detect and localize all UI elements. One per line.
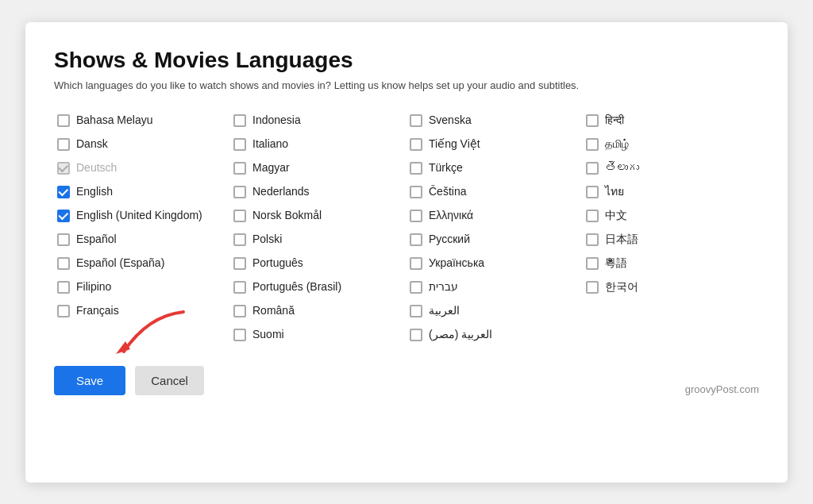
language-item[interactable]: தமிழ்: [583, 133, 759, 156]
language-item[interactable]: English (United Kingdom): [54, 204, 230, 228]
language-checkbox[interactable]: [586, 114, 599, 127]
language-checkbox[interactable]: [410, 114, 422, 127]
language-item[interactable]: Polski: [230, 228, 406, 252]
language-item[interactable]: Ελληνικά: [406, 204, 583, 228]
language-item[interactable]: Italiano: [230, 133, 406, 156]
language-label: Polski: [252, 232, 282, 246]
language-item[interactable]: ไทย: [583, 180, 759, 204]
language-item[interactable]: Svenska: [406, 109, 583, 133]
language-item[interactable]: עברית: [406, 275, 583, 299]
language-item[interactable]: Deutsch: [54, 156, 230, 180]
language-item[interactable]: Türkçe: [406, 156, 583, 180]
language-item[interactable]: Norsk Bokmål: [230, 204, 406, 228]
language-item[interactable]: Português: [230, 252, 406, 275]
language-label: English: [76, 184, 113, 198]
language-checkbox[interactable]: [233, 162, 246, 175]
language-label: English (United Kingdom): [76, 208, 202, 222]
language-item[interactable]: Português (Brasil): [230, 275, 406, 299]
save-button[interactable]: Save: [54, 366, 125, 395]
language-checkbox[interactable]: [410, 281, 422, 294]
language-label: العربية: [429, 303, 460, 317]
language-checkbox[interactable]: [57, 210, 70, 222]
language-item[interactable]: Nederlands: [230, 180, 406, 204]
language-checkbox[interactable]: [57, 233, 70, 246]
language-item[interactable]: हिन्दी: [583, 109, 759, 133]
language-label: Ελληνικά: [429, 208, 473, 222]
language-item[interactable]: 日本語: [583, 228, 759, 252]
language-checkbox[interactable]: [233, 305, 246, 317]
language-item[interactable]: English: [54, 180, 230, 204]
language-checkbox[interactable]: [57, 257, 70, 270]
language-checkbox[interactable]: [233, 329, 246, 341]
language-item[interactable]: Tiếng Việt: [406, 133, 583, 156]
language-checkbox[interactable]: [586, 138, 599, 151]
language-checkbox[interactable]: [410, 329, 422, 341]
language-checkbox[interactable]: [586, 233, 599, 246]
language-checkbox[interactable]: [410, 162, 422, 175]
language-checkbox[interactable]: [586, 281, 599, 294]
language-item[interactable]: Español (España): [54, 252, 230, 275]
language-label: Nederlands: [252, 184, 310, 198]
language-item[interactable]: العربية: [406, 299, 583, 323]
language-checkbox[interactable]: [233, 114, 246, 127]
language-label: తెలుగు: [605, 160, 639, 175]
language-checkbox[interactable]: [233, 257, 246, 270]
language-checkbox[interactable]: [586, 210, 599, 222]
language-checkbox[interactable]: [233, 233, 246, 246]
language-checkbox[interactable]: [410, 305, 422, 317]
watermark: groovyPost.com: [685, 383, 759, 395]
language-checkbox[interactable]: [410, 257, 422, 270]
language-checkbox[interactable]: [233, 138, 246, 151]
dialog-title: Shows & Movies Languages: [54, 48, 759, 73]
language-label: Tiếng Việt: [429, 137, 480, 151]
language-label: Español (España): [76, 256, 164, 270]
language-checkbox[interactable]: [233, 281, 246, 294]
language-item[interactable]: Українська: [406, 252, 583, 275]
language-item[interactable]: Română: [230, 299, 406, 323]
language-label: Türkçe: [429, 160, 463, 175]
cancel-button[interactable]: Cancel: [135, 366, 204, 395]
dialog-subtitle: Which languages do you like to watch sho…: [54, 79, 759, 91]
language-item[interactable]: 粵語: [583, 252, 759, 275]
language-label: Čeština: [429, 184, 466, 198]
language-checkbox[interactable]: [410, 210, 422, 222]
language-item[interactable]: 한국어: [583, 275, 759, 299]
language-checkbox[interactable]: [233, 210, 246, 222]
language-label: Norsk Bokmål: [252, 208, 322, 222]
language-checkbox[interactable]: [586, 186, 599, 198]
language-item[interactable]: Čeština: [406, 180, 583, 204]
language-item[interactable]: Filipino: [54, 275, 230, 299]
language-item[interactable]: Suomi: [230, 323, 406, 347]
language-checkbox[interactable]: [410, 186, 422, 198]
language-item[interactable]: Indonesia: [230, 109, 406, 133]
language-item[interactable]: 中文: [583, 204, 759, 228]
language-checkbox[interactable]: [57, 186, 70, 198]
language-label: Română: [252, 303, 295, 317]
language-checkbox[interactable]: [57, 114, 70, 127]
language-item[interactable]: Русский: [406, 228, 583, 252]
language-item[interactable]: Magyar: [230, 156, 406, 180]
language-checkbox[interactable]: [233, 186, 246, 198]
language-checkbox[interactable]: [57, 138, 70, 151]
language-label: Español: [76, 232, 117, 246]
language-column-col4: हिन्दीதமிழ்తెలుగుไทย中文日本語粵語한국어: [583, 109, 759, 347]
language-item[interactable]: العربية (مصر): [406, 323, 583, 347]
language-checkbox[interactable]: [57, 305, 70, 317]
language-checkbox[interactable]: [586, 162, 599, 175]
language-label: Suomi: [252, 327, 284, 341]
language-label: Dansk: [76, 137, 108, 151]
language-item[interactable]: Français: [54, 299, 230, 323]
language-label: Português (Brasil): [252, 279, 341, 294]
language-item[interactable]: Bahasa Melayu: [54, 109, 230, 133]
language-checkbox[interactable]: [410, 138, 422, 151]
language-label: 粵語: [605, 256, 627, 270]
language-label: Italiano: [252, 137, 288, 151]
language-checkbox[interactable]: [410, 233, 422, 246]
language-item[interactable]: Dansk: [54, 133, 230, 156]
language-label: Français: [76, 303, 119, 317]
language-checkbox[interactable]: [57, 281, 70, 294]
language-checkbox[interactable]: [57, 162, 70, 175]
language-item[interactable]: తెలుగు: [583, 156, 759, 180]
language-checkbox[interactable]: [586, 257, 599, 270]
language-item[interactable]: Español: [54, 228, 230, 252]
